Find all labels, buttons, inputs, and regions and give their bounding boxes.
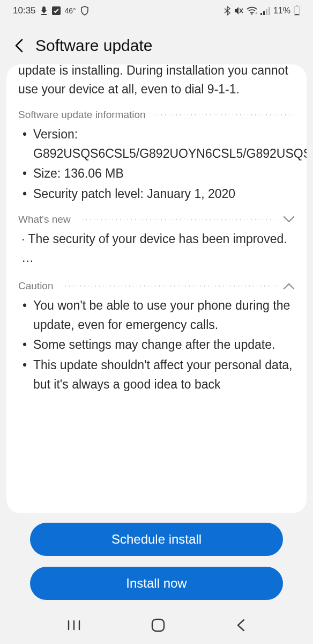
list-item: Size: 136.06 MB — [21, 164, 295, 184]
content-card: update is installing. During installatio… — [6, 64, 307, 513]
checkbox-icon — [52, 6, 61, 15]
whatsnew-more: … — [18, 251, 295, 265]
whatsnew-body: · The security of your device has been i… — [18, 230, 295, 249]
signal-icon — [260, 6, 270, 15]
svg-text:+: + — [255, 11, 257, 15]
app-bar: Software update — [0, 21, 313, 64]
svg-rect-11 — [295, 14, 299, 15]
section-header-info: Software update information — [18, 109, 295, 121]
svg-rect-8 — [269, 7, 270, 15]
section-title: What's new — [18, 214, 71, 225]
caution-list: You won't be able to use your phone duri… — [18, 296, 295, 394]
svg-rect-5 — [260, 13, 262, 15]
nav-bar — [0, 606, 313, 644]
section-header-whatsnew[interactable]: What's new — [18, 214, 295, 225]
chevron-down-icon — [283, 216, 295, 223]
schedule-install-button[interactable]: Schedule install — [30, 523, 283, 556]
recents-icon[interactable] — [67, 619, 81, 632]
svg-rect-15 — [152, 619, 164, 631]
list-item: Version: G892USQS6CSL5/G892UOYN6CSL5/G89… — [21, 125, 295, 163]
svg-rect-7 — [266, 9, 267, 15]
dot-rule — [77, 218, 277, 221]
list-item: Some settings may change after the updat… — [21, 335, 295, 355]
dot-rule — [60, 285, 277, 287]
shield-icon — [80, 6, 89, 16]
section-header-caution[interactable]: Caution — [18, 280, 295, 292]
list-item: You won't be able to use your phone duri… — [21, 296, 295, 334]
list-item: This update shouldn't affect your person… — [21, 356, 295, 394]
download-icon — [40, 6, 48, 15]
status-temperature: 46° — [65, 6, 76, 15]
status-time: 10:35 — [13, 5, 36, 16]
svg-point-3 — [251, 13, 253, 15]
intro-text: update is installing. During installatio… — [18, 64, 295, 98]
battery-percent: 11% — [273, 6, 290, 16]
back-icon[interactable] — [13, 38, 26, 53]
info-list: Version: G892USQS6CSL5/G892UOYN6CSL5/G89… — [18, 125, 295, 204]
nav-back-icon[interactable] — [235, 618, 246, 632]
section-title: Software update information — [18, 109, 146, 121]
page-title: Software update — [35, 36, 152, 55]
dot-rule — [152, 114, 295, 116]
install-now-button[interactable]: Install now — [30, 567, 283, 600]
action-bar: Schedule install Install now — [0, 513, 313, 600]
chevron-up-icon — [283, 282, 295, 290]
home-icon[interactable] — [151, 618, 166, 633]
mute-icon — [234, 6, 243, 16]
svg-rect-6 — [263, 11, 265, 15]
svg-rect-10 — [296, 5, 298, 6]
bluetooth-icon — [224, 6, 230, 16]
section-title: Caution — [18, 280, 54, 292]
battery-icon — [294, 5, 300, 16]
status-bar: 10:35 46° + 11% — [0, 0, 313, 21]
wifi-icon: + — [247, 6, 257, 15]
list-item: Security patch level: January 1, 2020 — [21, 185, 295, 204]
